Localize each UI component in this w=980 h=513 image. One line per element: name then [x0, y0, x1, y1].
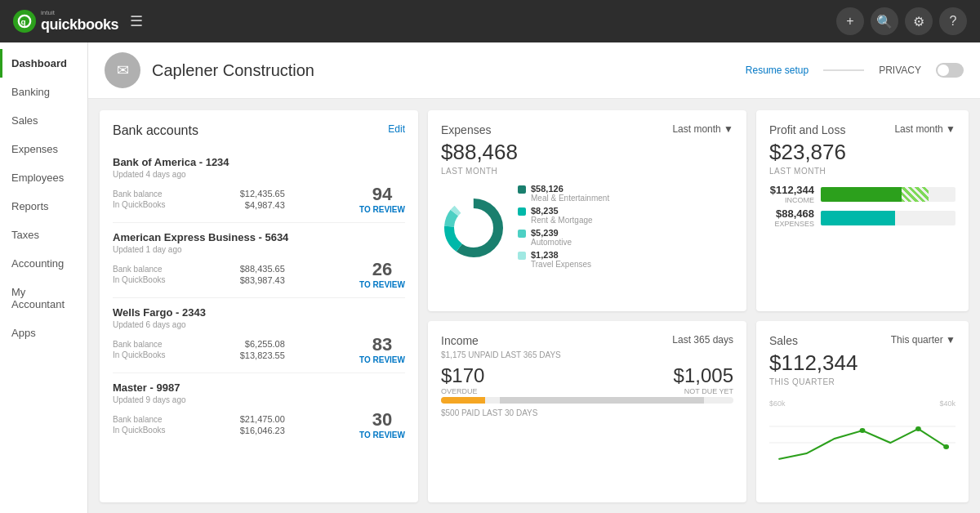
sidebar-item-my-accountant[interactable]: My Accountant [0, 278, 87, 319]
header-left: ✉ Caplener Construction [105, 52, 314, 88]
hamburger-icon[interactable]: ☰ [130, 12, 143, 30]
sales-card-header: Sales This quarter ▼ [769, 334, 956, 347]
expenses-card-header: Expenses Last month ▼ [441, 123, 733, 136]
sidebar-item-reports[interactable]: Reports [0, 192, 87, 221]
legend-desc-1: Rent & Mortgage [531, 216, 593, 225]
legend-amount-0: $58,126 [531, 184, 609, 194]
sales-sublabel: THIS QUARTER [769, 377, 956, 386]
intuit-label: intuit [41, 10, 118, 16]
expenses-bar-label: $88,468 EXPENSES [769, 207, 814, 228]
bank-balance-label-0: Bank balance [113, 190, 165, 199]
legend-dot-0 [518, 185, 526, 194]
sales-line [778, 429, 946, 459]
qb-balance-label-1: In QuickBooks [113, 275, 165, 284]
sidebar-item-accounting[interactable]: Accounting [0, 249, 87, 278]
search-button[interactable]: 🔍 [871, 7, 898, 35]
expenses-bar-sublabel: EXPENSES [769, 220, 814, 228]
pl-filter[interactable]: Last month ▼ [894, 123, 956, 135]
legend-amount-3: $1,238 [531, 250, 591, 260]
notdue-amount: $1,005 [674, 364, 733, 387]
income-amount: $112,344 [769, 184, 814, 196]
sidebar-item-sales[interactable]: Sales [0, 106, 87, 135]
income-progress-bar [441, 397, 733, 404]
legend-text-3: $1,238 Travel Expenses [531, 250, 591, 269]
review-col-0: 94 TO REVIEW [359, 184, 405, 214]
bank-balance-row-1: Bank balance In QuickBooks $88,435.65 $8… [113, 259, 405, 289]
qb-balance-label-2: In QuickBooks [113, 350, 165, 359]
review-link-2[interactable]: TO REVIEW [359, 355, 405, 364]
pl-amount: $23,876 [769, 140, 956, 165]
bank-balance-values-1: $88,435.65 $83,987.43 [240, 264, 285, 285]
bank-account-2: Wells Fargo - 2343 Updated 6 days ago Ba… [113, 298, 405, 373]
bank-balance-val-0: $12,435.65 [240, 189, 285, 199]
income-amounts-row: $170 OVERDUE $1,005 NOT DUE YET [441, 364, 733, 395]
expenses-amount: $88,468 [441, 140, 733, 165]
company-name: Caplener Construction [152, 61, 314, 80]
legend-desc-2: Automotive [531, 238, 572, 247]
income-label: INCOME [769, 196, 814, 204]
svg-text:q: q [21, 17, 26, 26]
overdue-label: OVERDUE [441, 387, 484, 395]
sidebar-item-banking[interactable]: Banking [0, 78, 87, 106]
bank-balance-values-3: $21,475.00 $16,046.23 [240, 414, 285, 435]
legend-desc-0: Meal & Entertainment [531, 194, 609, 203]
expenses-card: Expenses Last month ▼ $88,468 LAST MONTH [428, 110, 746, 311]
expenses-bar-amount: $88,468 [769, 207, 814, 220]
legend-text-1: $8,235 Rent & Mortgage [531, 206, 593, 225]
bank-balance-label-1: Bank balance [113, 265, 165, 274]
sales-chart-body: $60k $40k [769, 395, 956, 463]
sales-chart-svg [769, 414, 956, 463]
help-button[interactable]: ? [939, 7, 967, 35]
privacy-toggle[interactable] [936, 63, 964, 78]
progress-gap [485, 397, 500, 404]
income-filter[interactable]: Last 365 days [672, 334, 733, 346]
bank-account-0: Bank of America - 1234 Updated 4 days ag… [113, 148, 405, 223]
sales-card: Sales This quarter ▼ $112,344 THIS QUART… [756, 321, 969, 502]
sidebar-item-dashboard[interactable]: Dashboard [0, 49, 87, 78]
sales-title: Sales [769, 334, 798, 347]
income-card-header: Income Last 365 days [441, 334, 733, 347]
sales-filter[interactable]: This quarter ▼ [891, 334, 956, 346]
top-navigation: q intuit quickbooks ☰ + 🔍 ⚙ ? [0, 0, 980, 42]
sidebar-item-expenses[interactable]: Expenses [0, 135, 87, 163]
qb-balance-label-0: In QuickBooks [113, 200, 165, 209]
legend-dot-1 [518, 207, 526, 216]
bank-balance-val-2: $6,255.08 [240, 339, 285, 349]
bank-balance-labels-1: Bank balance In QuickBooks [113, 265, 165, 284]
bank-updated-0: Updated 4 days ago [113, 170, 405, 179]
qb-balance-label-3: In QuickBooks [113, 426, 165, 435]
bank-balance-label-3: Bank balance [113, 415, 165, 424]
income-bar-track [821, 187, 956, 202]
bank-balance-val-1: $88,435.65 [240, 264, 285, 274]
bank-name-0: Bank of America - 1234 [113, 156, 405, 168]
income-card: Income Last 365 days $1,175 UNPAID LAST … [428, 321, 746, 502]
expenses-filter[interactable]: Last month ▼ [672, 123, 733, 135]
resume-setup-link[interactable]: Resume setup [746, 65, 808, 76]
bank-edit-link[interactable]: Edit [388, 123, 405, 138]
bank-updated-1: Updated 1 day ago [113, 245, 405, 254]
sidebar-item-taxes[interactable]: Taxes [0, 221, 87, 249]
legend-item-2: $5,239 Automotive [518, 228, 733, 247]
legend-amount-2: $5,239 [531, 228, 572, 238]
settings-button[interactable]: ⚙ [905, 7, 933, 35]
header-right: Resume setup PRIVACY [746, 63, 964, 78]
sidebar-item-apps[interactable]: Apps [0, 319, 87, 347]
income-title: Income [441, 334, 479, 347]
expenses-sublabel: LAST MONTH [441, 167, 733, 176]
review-link-3[interactable]: TO REVIEW [359, 430, 405, 439]
nav-right: + 🔍 ⚙ ? [836, 7, 967, 35]
income-bar-label: $112,344 INCOME [769, 184, 814, 204]
dashboard-grid: Expenses Last month ▼ $88,468 LAST MONTH [88, 99, 980, 513]
expenses-bar-row: $88,468 EXPENSES [769, 207, 956, 228]
app-body: Dashboard Banking Sales Expenses Employe… [0, 42, 980, 513]
expenses-body: $58,126 Meal & Entertainment $8,235 Rent… [441, 184, 733, 272]
sidebar-item-employees[interactable]: Employees [0, 163, 87, 192]
review-link-1[interactable]: TO REVIEW [359, 280, 405, 289]
review-count-0: 94 [372, 184, 392, 205]
qb-balance-val-3: $16,046.23 [240, 426, 285, 435]
bank-balance-row-3: Bank balance In QuickBooks $21,475.00 $1… [113, 409, 405, 439]
review-link-0[interactable]: TO REVIEW [359, 205, 405, 214]
add-button[interactable]: + [836, 7, 864, 35]
income-unpaid-label: $1,175 UNPAID LAST 365 DAYS [441, 350, 733, 359]
bank-accounts-title: Bank accounts [113, 123, 198, 138]
